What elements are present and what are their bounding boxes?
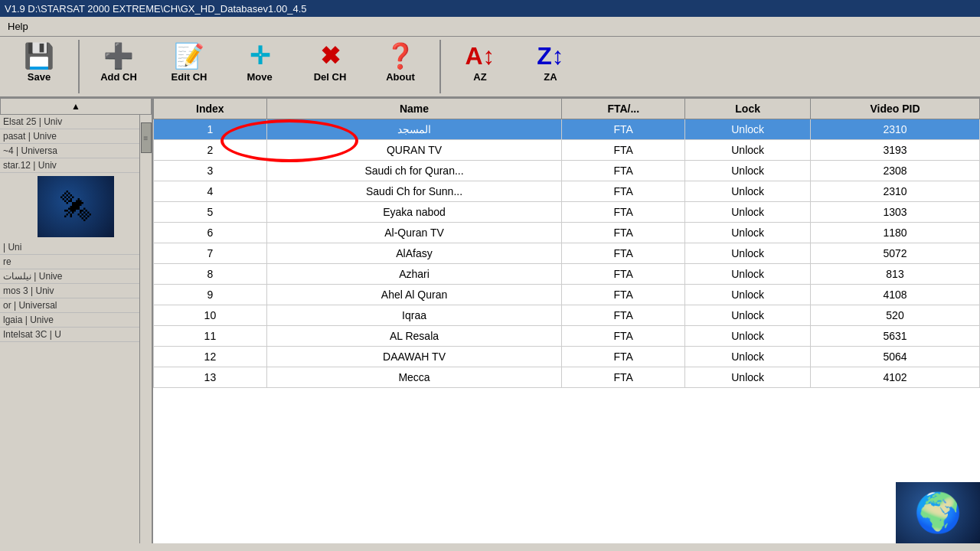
sidebar-item[interactable]: star.12 | Univ [0, 158, 152, 173]
table-row[interactable]: 11AL ResalaFTAUnlock5631 [154, 326, 980, 347]
sidebar-item[interactable]: ~4 | Universa [0, 144, 152, 158]
main-area: ▲ Elsat 25 | Univpasat | Unive~4 | Unive… [0, 98, 980, 543]
table-row[interactable]: 10IqraaFTAUnlock520 [154, 305, 980, 326]
add-ch-label: Add CH [100, 71, 137, 83]
sidebar-item[interactable]: re [0, 255, 152, 269]
row-video-pid: 5631 [811, 326, 980, 347]
row-lock: Unlock [685, 202, 811, 223]
table-row[interactable]: 12DAAWAH TVFTAUnlock5064 [154, 347, 980, 367]
table-row[interactable]: 6Al-Quran TVFTAUnlock1180 [154, 223, 980, 243]
about-label: About [386, 71, 415, 83]
title-bar: V1.9 D:\STARSAT 2000 EXTREME\CH\GX_HD_Da… [0, 0, 980, 17]
row-lock: Unlock [685, 305, 811, 326]
move-icon: ✛ [250, 44, 270, 68]
row-fta: FTA [562, 223, 685, 243]
sidebar-item[interactable]: Intelsat 3C | U [0, 328, 152, 342]
row-index: 6 [154, 223, 267, 243]
row-lock: Unlock [685, 181, 811, 202]
del-ch-label: Del CH [314, 71, 347, 83]
channel-table: IndexNameFTA/...LockVideo PID1المسجدFTAU… [153, 98, 980, 388]
row-video-pid: 1180 [811, 223, 980, 243]
row-name: Al-Quran TV [266, 223, 561, 243]
table-row[interactable]: 8AzhariFTAUnlock813 [154, 264, 980, 285]
za-button[interactable]: Z↕ZA [516, 40, 585, 93]
add-ch-button[interactable]: ➕Add CH [84, 40, 153, 93]
row-index: 4 [154, 181, 267, 202]
sidebar-item[interactable]: lgaia | Unive [0, 313, 152, 328]
row-index: 2 [154, 140, 267, 161]
edit-ch-label: Edit CH [172, 71, 207, 83]
move-button[interactable]: ✛Move [225, 40, 294, 93]
save-label: Save [28, 71, 51, 83]
edit-ch-button[interactable]: 📝Edit CH [155, 40, 224, 93]
save-button[interactable]: 💾Save [5, 40, 74, 93]
sidebar-item[interactable]: | Uni [0, 240, 152, 255]
row-fta: FTA [562, 326, 685, 347]
row-name: Saudi ch for Quran... [266, 161, 561, 181]
row-video-pid: 520 [811, 305, 980, 326]
row-video-pid: 813 [811, 264, 980, 285]
row-fta: FTA [562, 119, 685, 140]
az-button[interactable]: A↕AZ [446, 40, 514, 93]
row-lock: Unlock [685, 223, 811, 243]
row-video-pid: 5064 [811, 347, 980, 367]
row-fta: FTA [562, 285, 685, 305]
row-name: Mecca [266, 367, 561, 388]
table-header: Index [154, 99, 267, 119]
row-name: AlAfasy [266, 243, 561, 264]
move-label: Move [247, 71, 272, 83]
sidebar-scrollbar[interactable]: ≡ [139, 115, 152, 543]
row-index: 11 [154, 326, 267, 347]
row-lock: Unlock [685, 140, 811, 161]
table-row[interactable]: 4Saudi Ch for Sunn...FTAUnlock2310 [154, 181, 980, 202]
row-video-pid: 2310 [811, 119, 980, 140]
row-video-pid: 5072 [811, 243, 980, 264]
table-row[interactable]: 2QURAN TVFTAUnlock3193 [154, 140, 980, 161]
edit-ch-icon: 📝 [174, 44, 204, 68]
about-button[interactable]: ❓About [366, 40, 435, 93]
add-ch-icon: ➕ [103, 44, 134, 68]
table-row[interactable]: 1المسجدFTAUnlock2310 [154, 119, 980, 140]
row-index: 13 [154, 367, 267, 388]
sidebar-items: Elsat 25 | Univpasat | Unive~4 | Univers… [0, 115, 152, 543]
row-name: المسجد [266, 119, 561, 140]
toolbar-separator [78, 40, 80, 93]
table-header: Name [266, 99, 561, 119]
table-row[interactable]: 5Eyaka nabodFTAUnlock1303 [154, 202, 980, 223]
row-fta: FTA [562, 264, 685, 285]
row-name: Ahel Al Quran [266, 285, 561, 305]
table-row[interactable]: 3Saudi ch for Quran...FTAUnlock2308 [154, 161, 980, 181]
toolbar: 💾Save➕Add CH📝Edit CH✛Move✖Del CH❓AboutA↕… [0, 37, 980, 98]
row-video-pid: 4108 [811, 285, 980, 305]
row-lock: Unlock [685, 326, 811, 347]
sidebar-item[interactable]: نيلسات | Unive [0, 269, 152, 284]
row-lock: Unlock [685, 367, 811, 388]
table-row[interactable]: 9Ahel Al QuranFTAUnlock4108 [154, 285, 980, 305]
row-video-pid: 1303 [811, 202, 980, 223]
row-lock: Unlock [685, 161, 811, 181]
save-icon: 💾 [24, 44, 54, 68]
del-ch-icon: ✖ [320, 44, 341, 68]
satellite-image-bottom [896, 482, 980, 543]
scrollbar-thumb[interactable]: ≡ [141, 122, 152, 153]
row-index: 10 [154, 305, 267, 326]
sidebar-item[interactable]: or | Universal [0, 298, 152, 313]
sidebar-scroll-up[interactable]: ▲ [0, 98, 152, 115]
row-lock: Unlock [685, 285, 811, 305]
za-label: ZA [544, 71, 557, 83]
row-name: Azhari [266, 264, 561, 285]
table-row[interactable]: 13MeccaFTAUnlock4102 [154, 367, 980, 388]
sidebar-item[interactable]: Elsat 25 | Univ [0, 115, 152, 129]
scrollbar-icon: ≡ [142, 123, 151, 154]
del-ch-button[interactable]: ✖Del CH [296, 40, 364, 93]
table-row[interactable]: 7AlAfasyFTAUnlock5072 [154, 243, 980, 264]
sidebar-item[interactable]: mos 3 | Univ [0, 284, 152, 298]
menu-help[interactable]: Help [5, 19, 31, 34]
sidebar-item[interactable]: pasat | Unive [0, 129, 152, 144]
row-index: 1 [154, 119, 267, 140]
table-header: Lock [685, 99, 811, 119]
row-fta: FTA [562, 181, 685, 202]
az-icon: A↕ [465, 44, 495, 68]
row-video-pid: 2310 [811, 181, 980, 202]
row-lock: Unlock [685, 243, 811, 264]
